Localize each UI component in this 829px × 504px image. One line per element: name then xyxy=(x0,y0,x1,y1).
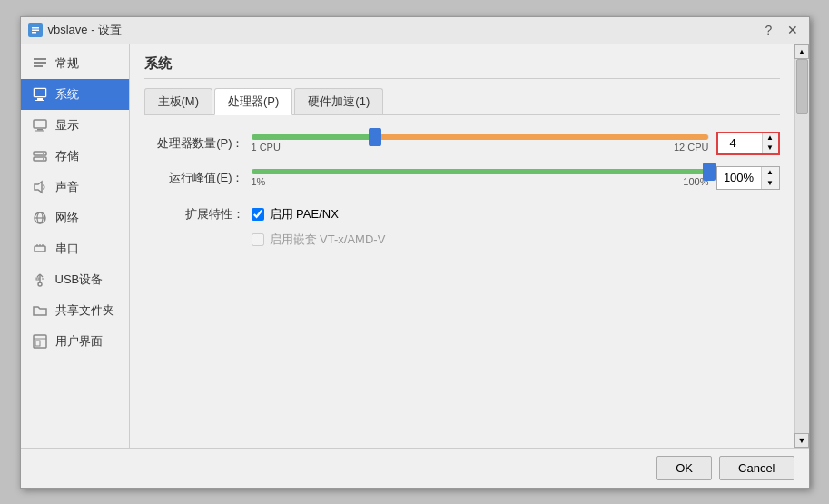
processor-count-track[interactable] xyxy=(252,134,709,140)
sidebar-item-display[interactable]: 显示 xyxy=(21,110,129,141)
scroll-thumb[interactable] xyxy=(796,59,808,114)
svg-point-16 xyxy=(43,153,44,154)
run-peak-row: 运行峰值(E)： 1% 100% ▲ ▼ xyxy=(144,164,780,192)
svg-rect-11 xyxy=(34,120,46,128)
scroll-track[interactable] xyxy=(795,59,809,433)
network-icon xyxy=(32,210,48,226)
sidebar-label-shared-folders: 共享文件夹 xyxy=(55,302,114,319)
main-window: vbslave - 设置 ? ✕ 常规 系统 xyxy=(20,16,810,489)
sidebar-item-shared-folders[interactable]: 共享文件夹 xyxy=(21,295,129,326)
processor-count-down[interactable]: ▼ xyxy=(763,143,778,153)
usb-icon xyxy=(32,272,48,288)
sidebar-item-audio[interactable]: 声音 xyxy=(21,172,129,203)
svg-point-27 xyxy=(38,282,42,286)
processor-count-thumb[interactable] xyxy=(369,128,381,146)
sidebar-label-general: 常规 xyxy=(55,55,79,72)
run-peak-thumb[interactable] xyxy=(703,163,716,181)
display-icon xyxy=(32,117,48,133)
ok-button[interactable]: OK xyxy=(656,456,712,480)
run-peak-label: 运行峰值(E)： xyxy=(144,170,244,186)
run-peak-labels: 1% 100% xyxy=(252,176,709,187)
processor-count-spinbox: ▲ ▼ xyxy=(716,132,780,155)
sidebar-item-system[interactable]: 系统 xyxy=(21,79,129,110)
sidebar-label-serial: 串口 xyxy=(55,241,79,257)
tabs-bar: 主板(M) 处理器(P) 硬件加速(1) xyxy=(144,88,780,115)
sidebar-item-storage[interactable]: 存储 xyxy=(21,141,129,172)
ui-icon xyxy=(32,333,48,350)
svg-rect-10 xyxy=(35,100,44,101)
folder-icon xyxy=(32,302,48,319)
processor-count-input[interactable] xyxy=(718,133,762,153)
window-body: 常规 系统 显示 存储 xyxy=(21,44,809,448)
run-peak-track[interactable] xyxy=(252,169,709,174)
title-bar-controls: ? ✕ xyxy=(760,21,802,39)
sidebar-label-storage: 存储 xyxy=(55,148,79,164)
tab-hardware-accel[interactable]: 硬件加速(1) xyxy=(294,88,383,114)
sidebar-label-audio: 声音 xyxy=(55,179,79,195)
extension-row: 扩展特性： 启用 PAE/NX 启用嵌套 VT-x/AMD-V xyxy=(144,206,780,253)
extension-options: 启用 PAE/NX 启用嵌套 VT-x/AMD-V xyxy=(252,206,386,253)
processor-count-min: 1 CPU xyxy=(252,142,281,153)
tab-motherboard[interactable]: 主板(M) xyxy=(144,88,213,114)
run-peak-down[interactable]: ▼ xyxy=(762,178,779,189)
svg-point-17 xyxy=(43,158,44,160)
sidebar-item-general[interactable]: 常规 xyxy=(21,48,129,79)
bottom-bar: OK Cancel xyxy=(21,448,809,488)
sidebar-label-network: 网络 xyxy=(55,210,79,226)
main-content-area: 系统 主板(M) 处理器(P) 硬件加速(1) 处理器数量(P)： 1 CP xyxy=(130,44,794,448)
sidebar-item-network[interactable]: 网络 xyxy=(21,203,129,233)
sidebar-label-system: 系统 xyxy=(55,86,79,103)
tab-processor[interactable]: 处理器(P) xyxy=(214,88,292,115)
svg-rect-5 xyxy=(34,62,46,64)
extension-label: 扩展特性： xyxy=(144,206,244,222)
svg-rect-30 xyxy=(36,278,39,280)
sidebar-item-usb[interactable]: USB设备 xyxy=(21,264,129,295)
run-peak-slider-container: 1% 100% xyxy=(252,164,709,192)
sidebar-label-ui: 用户界面 xyxy=(55,333,103,350)
svg-rect-12 xyxy=(37,129,43,131)
svg-rect-9 xyxy=(37,98,43,100)
help-button[interactable]: ? xyxy=(760,21,778,39)
svg-marker-18 xyxy=(35,182,42,193)
processor-count-row: 处理器数量(P)： 1 CPU 12 CPU ▲ xyxy=(144,130,780,157)
processor-count-up[interactable]: ▲ xyxy=(763,133,778,143)
audio-icon xyxy=(32,179,48,195)
pae-checkbox-row: 启用 PAE/NX xyxy=(252,206,386,222)
run-peak-input[interactable] xyxy=(717,167,761,189)
svg-rect-34 xyxy=(35,341,40,346)
processor-count-green xyxy=(252,134,375,140)
processor-count-label: 处理器数量(P)： xyxy=(144,135,244,152)
nested-label: 启用嵌套 VT-x/AMD-V xyxy=(270,232,386,248)
sidebar-label-display: 显示 xyxy=(55,117,79,133)
nested-checkbox-row: 启用嵌套 VT-x/AMD-V xyxy=(252,232,386,248)
scroll-down-button[interactable]: ▼ xyxy=(794,433,809,448)
section-title: 系统 xyxy=(144,55,780,79)
run-peak-up[interactable]: ▲ xyxy=(762,167,779,178)
run-peak-green xyxy=(252,169,709,174)
processor-count-slider-container: 1 CPU 12 CPU xyxy=(252,130,709,157)
svg-rect-22 xyxy=(35,246,45,252)
processor-count-max: 12 CPU xyxy=(674,142,709,153)
sidebar-item-ui[interactable]: 用户界面 xyxy=(21,326,129,357)
system-icon xyxy=(32,86,48,103)
svg-rect-2 xyxy=(32,30,39,32)
pae-checkbox[interactable] xyxy=(252,208,264,221)
run-peak-spinbox: ▲ ▼ xyxy=(716,166,780,190)
app-icon xyxy=(28,23,43,37)
nested-checkbox[interactable] xyxy=(252,233,264,246)
processor-count-spinbox-btns: ▲ ▼ xyxy=(762,133,778,153)
svg-rect-4 xyxy=(34,58,46,60)
svg-rect-8 xyxy=(35,89,45,96)
title-bar-left: vbslave - 设置 xyxy=(28,22,123,38)
scrollbar: ▲ ▼ xyxy=(794,44,809,448)
sidebar-item-serial[interactable]: 串口 xyxy=(21,233,129,264)
svg-rect-1 xyxy=(32,27,39,29)
close-button[interactable]: ✕ xyxy=(784,21,802,39)
cancel-button[interactable]: Cancel xyxy=(719,456,794,480)
storage-icon xyxy=(32,148,48,164)
title-bar: vbslave - 设置 ? ✕ xyxy=(21,17,809,44)
serial-icon xyxy=(32,241,48,257)
svg-rect-13 xyxy=(35,130,44,131)
svg-rect-3 xyxy=(32,32,36,34)
scroll-up-button[interactable]: ▲ xyxy=(794,44,809,59)
